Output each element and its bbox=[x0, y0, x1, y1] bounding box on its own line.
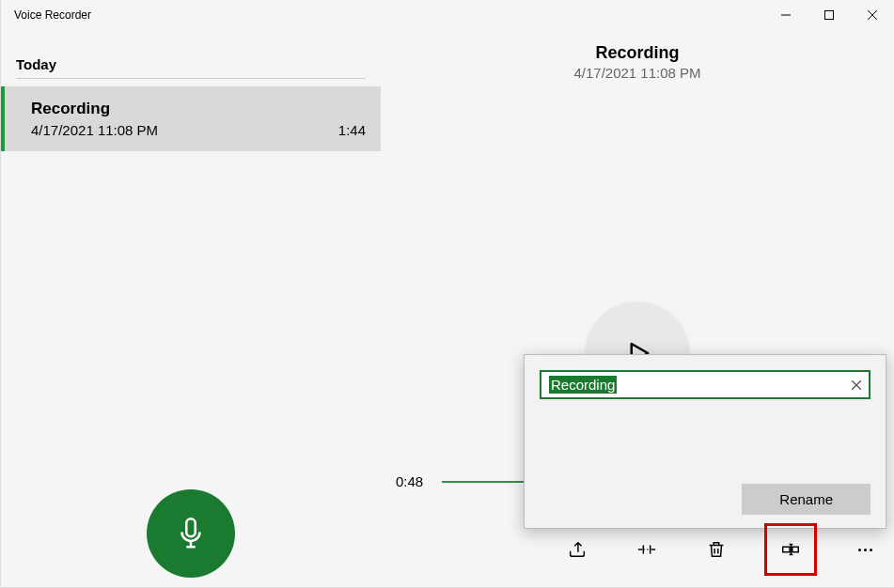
rename-input[interactable]: Recording bbox=[549, 376, 617, 394]
recording-item-date: 4/17/2021 11:08 PM bbox=[31, 122, 158, 138]
rename-icon bbox=[780, 539, 801, 560]
share-button[interactable] bbox=[556, 528, 599, 571]
rename-input-container[interactable]: Recording bbox=[540, 370, 870, 399]
trim-icon bbox=[636, 539, 657, 560]
delete-button[interactable] bbox=[695, 528, 738, 571]
rename-dialog: Recording Rename bbox=[524, 354, 886, 529]
recording-list-item[interactable]: Recording 4/17/2021 11:08 PM 1:44 bbox=[1, 86, 381, 151]
minimize-button[interactable] bbox=[764, 0, 808, 30]
close-button[interactable] bbox=[851, 0, 894, 30]
window-controls bbox=[764, 0, 894, 30]
more-button[interactable] bbox=[843, 528, 886, 571]
minimize-icon bbox=[781, 10, 791, 20]
clear-input-button[interactable] bbox=[852, 378, 861, 393]
detail-toolbar bbox=[556, 523, 886, 576]
svg-rect-12 bbox=[783, 547, 790, 552]
share-icon bbox=[567, 539, 588, 560]
recording-item-meta: 4/17/2021 11:08 PM 1:44 bbox=[31, 122, 366, 138]
detail-date: 4/17/2021 11:08 PM bbox=[381, 65, 894, 81]
detail-title: Recording bbox=[381, 43, 894, 63]
maximize-icon bbox=[824, 10, 834, 20]
trash-icon bbox=[706, 539, 727, 560]
recording-item-duration: 1:44 bbox=[338, 122, 366, 138]
record-button[interactable] bbox=[147, 489, 235, 578]
trim-button[interactable] bbox=[625, 528, 668, 571]
svg-rect-1 bbox=[825, 11, 834, 20]
svg-rect-13 bbox=[792, 547, 798, 552]
maximize-button[interactable] bbox=[808, 0, 851, 30]
rename-button-highlight bbox=[764, 523, 817, 576]
recording-item-title: Recording bbox=[31, 100, 366, 118]
current-time: 0:48 bbox=[396, 473, 423, 489]
rename-button[interactable] bbox=[769, 528, 812, 571]
rename-confirm-button[interactable]: Rename bbox=[742, 484, 870, 515]
x-icon bbox=[852, 380, 861, 390]
recordings-list-pane: Today Recording 4/17/2021 11:08 PM 1:44 bbox=[1, 30, 381, 587]
microphone-icon bbox=[173, 516, 209, 551]
rename-dialog-actions: Rename bbox=[540, 484, 870, 515]
window-title: Voice Recorder bbox=[1, 8, 91, 22]
section-divider bbox=[16, 78, 366, 79]
titlebar: Voice Recorder bbox=[1, 0, 894, 30]
more-icon bbox=[858, 549, 872, 551]
section-header-today: Today bbox=[1, 30, 381, 78]
close-icon bbox=[868, 10, 877, 20]
